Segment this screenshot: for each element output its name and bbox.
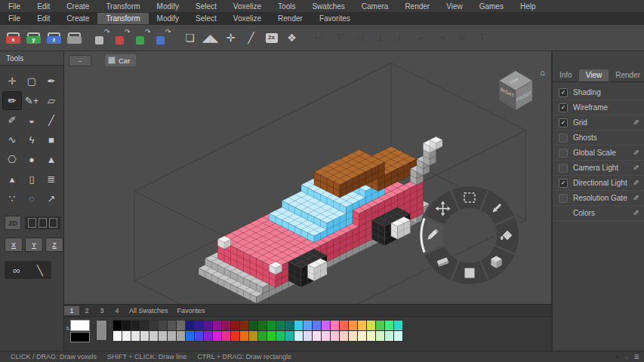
palette-swatch[interactable] [367, 321, 375, 330]
polyline-tool[interactable]: ϟ [22, 130, 42, 149]
turn-y-button[interactable]: y [23, 28, 44, 48]
menu-swatches[interactable]: Swatches [304, 1, 353, 12]
palette-swatch[interactable] [113, 331, 122, 341]
palette-swatch[interactable] [322, 321, 330, 330]
pyramid-tool[interactable]: ▲ [42, 150, 61, 169]
checkbox-camera-light[interactable] [559, 164, 568, 173]
slice-y-button[interactable] [39, 218, 47, 228]
menu-render[interactable]: Render [396, 1, 438, 12]
palette-swatch[interactable] [313, 321, 321, 330]
palette-swatch[interactable] [149, 321, 158, 330]
swatch-tab-favorites[interactable]: Favorites [173, 306, 210, 315]
palette-swatch[interactable] [276, 321, 285, 330]
palette-swatch[interactable] [385, 321, 393, 330]
palette-swatch[interactable] [231, 321, 239, 330]
menu-help[interactable]: Help [512, 1, 544, 12]
palette-swatch[interactable] [159, 321, 167, 330]
picker-tool[interactable]: ✒ [42, 72, 61, 90]
palette-swatch[interactable] [149, 331, 158, 341]
menu-transform[interactable]: Transform [97, 13, 148, 24]
checkbox-wireframe[interactable]: ✓ [559, 103, 568, 112]
palette-swatch[interactable] [267, 321, 276, 330]
bucket-tool[interactable]: ◒ [22, 111, 42, 130]
eraser-tool[interactable]: ▱ [42, 91, 61, 110]
palette-swatch[interactable] [304, 321, 312, 330]
turn-free-button[interactable] [64, 28, 85, 48]
brush-tool[interactable]: ✐ [2, 111, 22, 130]
swatch-tab-all-swatches[interactable]: All Swatches [125, 306, 173, 315]
foreground-color-swatch[interactable] [70, 320, 90, 331]
palette-swatch[interactable] [240, 331, 248, 341]
palette-swatch[interactable] [213, 331, 221, 341]
box-tool[interactable]: ⎔ [2, 150, 22, 169]
translate-button[interactable]: ✛ [220, 28, 241, 48]
nav-cube[interactable]: TOP RIGHT FRONT [492, 65, 539, 115]
flip-z-button[interactable]: ↷ [153, 28, 173, 48]
palette-swatch[interactable] [140, 331, 149, 341]
line-tool[interactable]: ╱ [42, 111, 61, 130]
scale-tool[interactable]: ↗ [42, 189, 61, 208]
spray-tool[interactable]: ∵ [2, 189, 22, 208]
bind-icon[interactable]: ∞ [13, 265, 20, 276]
palette-swatch[interactable] [249, 331, 257, 341]
menu-tools[interactable]: Tools [270, 1, 304, 12]
checkbox-ghosts[interactable] [559, 133, 568, 143]
slice-z-button[interactable] [49, 218, 57, 228]
turn-x-button[interactable]: x [3, 28, 23, 48]
viewport-3d[interactable]: – Car TOP RIGHT FRONT ⌂ [64, 51, 551, 304]
palette-swatch[interactable] [276, 331, 285, 341]
palette-swatch[interactable] [213, 321, 221, 330]
sphere-tool[interactable]: ● [22, 150, 42, 169]
wand-tool[interactable]: ◌ [22, 189, 42, 208]
palette-swatch[interactable] [394, 331, 402, 341]
checkbox-resolution-gate[interactable] [559, 194, 568, 203]
palette-swatch[interactable] [367, 331, 375, 341]
model-tab-car[interactable]: Car [105, 54, 136, 66]
palette-swatch[interactable] [313, 331, 321, 341]
checkbox-directional-light[interactable]: ✓ [559, 179, 568, 188]
palette-swatch[interactable] [231, 331, 239, 341]
palette-swatch[interactable] [222, 331, 230, 341]
menu-modify[interactable]: Modify [149, 13, 187, 24]
tab-view[interactable]: View [579, 69, 609, 81]
background-color-swatch[interactable] [70, 332, 90, 342]
palette-swatch[interactable] [285, 321, 294, 330]
palette-swatch[interactable] [195, 321, 203, 330]
swatch-tab-2[interactable]: 2 [79, 306, 94, 315]
palette-swatch[interactable] [258, 331, 267, 341]
palette-swatch[interactable] [349, 331, 357, 341]
palette-swatch[interactable] [358, 321, 366, 330]
palette-swatch[interactable] [168, 321, 176, 330]
axis-y-button[interactable]: Y [25, 238, 43, 252]
edit-pencil-icon[interactable]: ✎ [633, 149, 639, 157]
slice-x-button[interactable] [28, 218, 36, 228]
palette-swatch[interactable] [249, 321, 257, 330]
viewport-collapse-button[interactable]: – [69, 55, 91, 66]
diagonal-icon[interactable]: ╲ [37, 265, 43, 276]
tab-render[interactable]: Render [609, 69, 644, 81]
menu-voxelize[interactable]: Voxelize [225, 13, 270, 24]
tab-info[interactable]: Info [553, 69, 579, 81]
turn-z-button[interactable]: z [44, 28, 64, 48]
cone-tool[interactable]: ▴ [2, 170, 22, 189]
palette-swatch[interactable] [376, 331, 384, 341]
palette-swatch[interactable] [177, 321, 185, 330]
menu-view[interactable]: View [438, 1, 471, 12]
palette-swatch[interactable] [113, 321, 122, 330]
scale-2x-button[interactable]: 2x [261, 28, 282, 48]
mirror-button[interactable]: ◢◣ [200, 28, 220, 48]
palette-swatch[interactable] [204, 321, 212, 330]
palette-swatch[interactable] [122, 331, 131, 341]
wrap-button[interactable]: ❏ [180, 28, 200, 48]
menu-favorites[interactable]: Favorites [311, 13, 359, 24]
palette-swatch[interactable] [376, 321, 384, 330]
menu-select[interactable]: Select [187, 1, 225, 12]
palette-swatch[interactable] [240, 321, 248, 330]
palette-swatch[interactable] [322, 331, 330, 341]
menu-select[interactable]: Select [187, 13, 225, 24]
checkbox-grid[interactable]: ✓ [559, 118, 568, 127]
menu-create[interactable]: Create [58, 1, 97, 12]
menu-file[interactable]: File [0, 1, 29, 12]
swatch-tab-3[interactable]: 3 [94, 306, 109, 315]
pencil-tool[interactable]: ✏ [2, 91, 22, 110]
